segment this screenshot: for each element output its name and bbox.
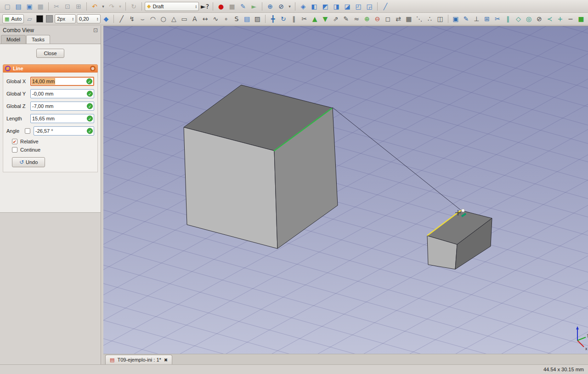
draft-clone-icon[interactable]: ◫ (435, 14, 445, 24)
snap-center-icon[interactable]: ◎ (524, 14, 534, 24)
continue-checkbox[interactable] (12, 147, 17, 153)
snap-extension-icon[interactable]: ◇ (514, 14, 523, 24)
snap-grid-icon[interactable]: ⊞ (482, 14, 492, 24)
line-color-swatch[interactable] (36, 15, 43, 23)
view-top-icon[interactable]: ◩ (320, 1, 330, 11)
tab-model[interactable]: Model (1, 35, 26, 44)
workbench-selector-combo[interactable]: ◆Draft▴ ▾ (145, 2, 199, 11)
snap-angle-icon[interactable]: ⊘ (535, 14, 544, 24)
draft-point-icon[interactable]: ∘ (221, 14, 231, 24)
draft-patharray-icon[interactable]: ⋱ (414, 14, 424, 24)
line-width-arrows[interactable]: ▴ ▾ (73, 17, 74, 21)
draft-pointarray-icon[interactable]: ∴ (425, 14, 435, 24)
draft-wire-icon[interactable]: ↯ (127, 14, 137, 24)
undo-button[interactable]: ↺ Undo (12, 157, 45, 167)
draft-addpoint-icon[interactable]: ⊕ (362, 14, 372, 24)
draft-bspline-icon[interactable]: ∿ (211, 14, 220, 24)
3d-viewport[interactable]: xy (103, 26, 588, 354)
snap-ortho-icon[interactable]: − (566, 14, 576, 24)
draft-line-icon[interactable]: ╱ (117, 14, 126, 24)
refresh-icon[interactable]: ↻ (129, 1, 139, 11)
new-file-icon[interactable]: ▢ (2, 1, 12, 11)
snap-near-icon[interactable]: + (555, 14, 565, 24)
auto-plane-button[interactable]: ▦Auto (2, 14, 24, 23)
draft-array-icon[interactable]: ▦ (404, 14, 414, 24)
macro-edit-icon[interactable]: ✎ (238, 1, 248, 11)
measure-distance-icon[interactable]: ╱ (380, 1, 390, 11)
cut-icon[interactable]: ✂ (51, 1, 62, 11)
close-document-icon[interactable]: ✖ (164, 357, 168, 363)
draft-downgrade-icon[interactable]: ▼ (321, 14, 330, 24)
snap-dimensions-icon[interactable]: ■ (577, 14, 586, 24)
draft-move-icon[interactable]: ╋ (268, 14, 278, 24)
draft-delpoint-icon[interactable]: ⊖ (373, 14, 382, 24)
scale-multiplier-spinbox[interactable]: 0,20▴ ▾ (77, 14, 100, 23)
draft-rotate-icon[interactable]: ↻ (279, 14, 288, 24)
whats-this-icon[interactable]: ►? (200, 1, 210, 11)
dock-icon[interactable]: ⊡ (93, 27, 98, 34)
global-z-input[interactable]: -7,00 mm ✓ (30, 102, 94, 111)
print-icon[interactable]: ▦ (35, 1, 45, 11)
draft-scale-icon[interactable]: ⇗ (331, 14, 340, 24)
snap-intersection-icon[interactable]: ✂ (493, 14, 503, 24)
draft-polygon-icon[interactable]: △ (169, 14, 179, 24)
draft-offset-icon[interactable]: ∥ (289, 14, 299, 24)
view-rear-icon[interactable]: ◪ (342, 1, 352, 11)
draft-hatch-icon[interactable]: ▨ (253, 14, 262, 24)
redo-icon[interactable]: ↷ (107, 1, 117, 11)
global-x-input[interactable]: 14,00 mm ✓ (30, 77, 94, 86)
view-front-icon[interactable]: ◧ (309, 1, 319, 11)
undo-icon[interactable]: ↶ (90, 1, 100, 11)
workbench-selector-arrows[interactable]: ▴ ▾ (195, 5, 197, 8)
face-color-swatch[interactable] (46, 15, 53, 23)
save-icon[interactable]: ▣ (24, 1, 34, 11)
draft-circle-icon[interactable]: ○ (158, 14, 168, 24)
draft-dimension-icon[interactable]: ↔ (200, 14, 210, 24)
draft-draft2sketch-icon[interactable]: ⇄ (394, 14, 403, 24)
draft-trimex-icon[interactable]: ✂ (300, 14, 309, 24)
task-collapse-icon[interactable]: ⊗ (90, 66, 96, 71)
draft-facebinder-icon[interactable]: ▤ (242, 14, 252, 24)
macro-play-icon[interactable]: ► (249, 1, 259, 11)
undo-menu-icon[interactable]: ▾ (101, 1, 106, 11)
apply-style-icon[interactable]: ◆ (102, 14, 111, 24)
draft-rectangle-icon[interactable]: ▭ (180, 14, 189, 24)
view-isometric-icon[interactable]: ◈ (298, 1, 308, 11)
global-y-input[interactable]: -0,00 mm ✓ (30, 89, 94, 98)
snap-lock-icon[interactable]: ▣ (451, 14, 461, 24)
copy-icon[interactable]: ⊡ (62, 1, 73, 11)
3d-scene[interactable]: xy (103, 26, 588, 354)
open-file-icon[interactable]: ▤ (13, 1, 23, 11)
document-tab[interactable]: ▤ T09-ejemplo-ini : 1* ✖ (105, 355, 172, 364)
draft-fillet-icon[interactable]: ⌣ (138, 14, 147, 24)
draft-upgrade-icon[interactable]: ▲ (310, 14, 320, 24)
view-right-icon[interactable]: ◨ (331, 1, 341, 11)
draft-shape2dview-icon[interactable]: ◻ (383, 14, 393, 24)
draft-text-icon[interactable]: A (190, 14, 200, 24)
tab-tasks[interactable]: Tasks (26, 35, 50, 44)
paste-icon[interactable]: ⊞ (74, 1, 84, 11)
relative-checkbox[interactable]: ✔ (12, 139, 17, 144)
redo-menu-icon[interactable]: ▾ (118, 1, 123, 11)
snap-parallel-icon[interactable]: ∥ (503, 14, 513, 24)
zoom-fit-icon[interactable]: ⊕ (265, 1, 275, 11)
scale-multiplier-arrows[interactable]: ▴ ▾ (97, 17, 98, 21)
draw-style-menu-icon[interactable]: ▾ (287, 1, 292, 11)
length-input[interactable]: 15,65 mm ✓ (30, 114, 94, 123)
close-button[interactable]: Close (36, 49, 64, 58)
snap-endpoint-icon[interactable]: ✎ (461, 14, 471, 24)
draft-edit-icon[interactable]: ✎ (341, 14, 351, 24)
draw-style-icon[interactable]: ⊘ (276, 1, 286, 11)
draft-wire2bspline-icon[interactable]: ≈ (352, 14, 362, 24)
snap-special-icon[interactable]: ≺ (545, 14, 554, 24)
line-width-combo[interactable]: 2px▴ ▾ (55, 14, 76, 23)
draft-shapestring-icon[interactable]: S (232, 14, 242, 24)
angle-input[interactable]: -26,57 ° ✓ (34, 126, 94, 136)
macro-stop-icon[interactable]: ■ (227, 1, 237, 11)
macro-record-icon[interactable]: ● (216, 1, 226, 11)
angle-lock-checkbox[interactable] (25, 128, 30, 134)
working-plane-icon[interactable]: ▱ (25, 14, 34, 24)
view-bottom-icon[interactable]: ◰ (353, 1, 363, 11)
snap-midpoint-icon[interactable]: ⊥ (472, 14, 481, 24)
draft-arc-icon[interactable]: ◠ (148, 14, 158, 24)
